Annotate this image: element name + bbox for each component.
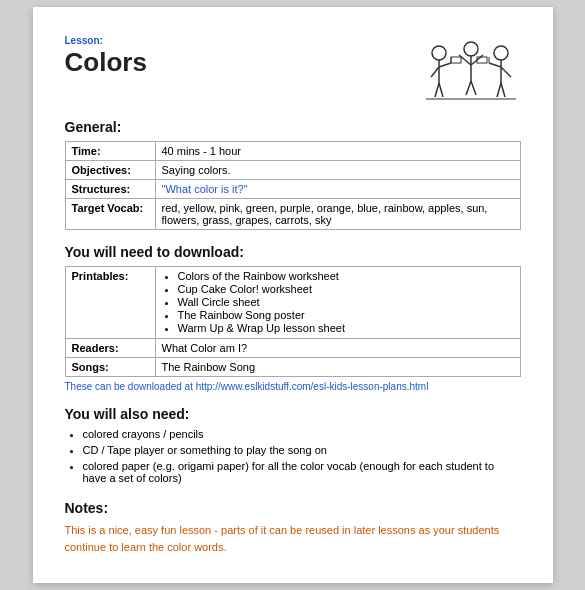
download-table: Printables: Colors of the Rainbow worksh… xyxy=(65,266,521,377)
label-vocab: Target Vocab: xyxy=(65,199,155,230)
svg-line-12 xyxy=(466,81,471,95)
label-time: Time: xyxy=(65,142,155,161)
table-row: Target Vocab: red, yellow, pink, green, … xyxy=(65,199,520,230)
notes-heading: Notes: xyxy=(65,500,521,516)
songs-value: The Rainbow Song xyxy=(155,358,520,377)
printables-list: Colors of the Rainbow worksheet Cup Cake… xyxy=(155,267,520,339)
readers-label: Readers: xyxy=(65,339,155,358)
svg-line-3 xyxy=(439,63,451,67)
table-row-songs: Songs: The Rainbow Song xyxy=(65,358,520,377)
table-row-printables: Printables: Colors of the Rainbow worksh… xyxy=(65,267,520,339)
list-item: CD / Tape player or something to play th… xyxy=(83,444,521,456)
list-item: colored crayons / pencils xyxy=(83,428,521,440)
general-table: Time: 40 mins - 1 hour Objectives: Sayin… xyxy=(65,141,521,230)
title-block: Lesson: Colors xyxy=(65,35,147,77)
svg-line-17 xyxy=(489,63,501,67)
also-need-heading: You will also need: xyxy=(65,406,521,422)
label-objectives: Objectives: xyxy=(65,161,155,180)
readers-value: What Color am I? xyxy=(155,339,520,358)
svg-line-20 xyxy=(497,83,501,97)
svg-line-7 xyxy=(439,83,443,97)
page: Lesson: Colors xyxy=(33,7,553,583)
list-item: Cup Cake Color! worksheet xyxy=(178,283,514,295)
value-structures: "What color is it?" xyxy=(155,180,520,199)
table-row-readers: Readers: What Color am I? xyxy=(65,339,520,358)
svg-point-8 xyxy=(464,42,478,56)
notes-text: This is a nice, easy fun lesson - parts … xyxy=(65,522,521,555)
svg-point-0 xyxy=(432,46,446,60)
value-vocab: red, yellow, pink, green, purple, orange… xyxy=(155,199,520,230)
download-heading: You will need to download: xyxy=(65,244,521,260)
lesson-title: Colors xyxy=(65,47,147,77)
lesson-label: Lesson: xyxy=(65,35,147,46)
table-row: Structures: "What color is it?" xyxy=(65,180,520,199)
svg-line-13 xyxy=(471,81,476,95)
value-time: 40 mins - 1 hour xyxy=(155,142,520,161)
svg-line-16 xyxy=(501,67,511,77)
printables-label: Printables: xyxy=(65,267,155,339)
also-need-list: colored crayons / pencils CD / Tape play… xyxy=(83,428,521,484)
general-heading: General: xyxy=(65,119,521,135)
table-row: Time: 40 mins - 1 hour xyxy=(65,142,520,161)
list-item: Wall Circle sheet xyxy=(178,296,514,308)
svg-point-14 xyxy=(494,46,508,60)
list-item: Colors of the Rainbow worksheet xyxy=(178,270,514,282)
svg-line-2 xyxy=(431,67,439,77)
download-note: These can be downloaded at http://www.es… xyxy=(65,381,521,392)
value-objectives: Saying colors. xyxy=(155,161,520,180)
list-item: Warm Up & Wrap Up lesson sheet xyxy=(178,322,514,334)
header-illustration xyxy=(421,35,521,105)
header-area: Lesson: Colors xyxy=(65,35,521,105)
svg-line-21 xyxy=(501,83,505,97)
printables-ul: Colors of the Rainbow worksheet Cup Cake… xyxy=(178,270,514,334)
table-row: Objectives: Saying colors. xyxy=(65,161,520,180)
svg-rect-4 xyxy=(451,57,461,63)
label-structures: Structures: xyxy=(65,180,155,199)
list-item: colored paper (e.g. origami paper) for a… xyxy=(83,460,521,484)
svg-line-6 xyxy=(435,83,439,97)
songs-label: Songs: xyxy=(65,358,155,377)
list-item: The Rainbow Song poster xyxy=(178,309,514,321)
